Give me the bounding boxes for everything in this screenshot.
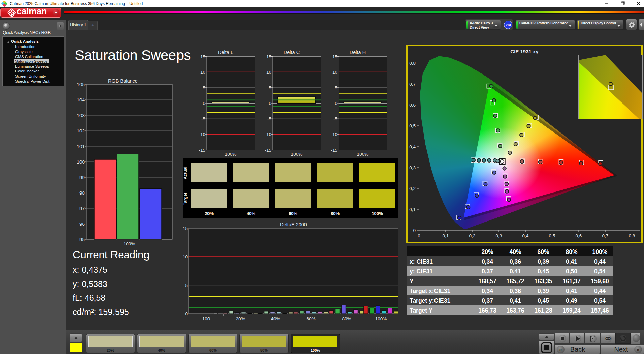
svg-text:104: 104 [77, 97, 85, 102]
svg-text:0: 0 [418, 233, 420, 238]
svg-text:15: 15 [200, 54, 205, 59]
svg-text:96: 96 [79, 222, 85, 227]
svg-text:5: 5 [185, 283, 188, 288]
svg-text:10: 10 [266, 70, 271, 75]
svg-text:0: 0 [185, 311, 188, 316]
svg-text:5: 5 [269, 85, 271, 90]
svg-text:Delta C: Delta C [284, 50, 300, 55]
svg-text:0,6: 0,6 [409, 102, 416, 108]
svg-text:60%: 60% [306, 316, 315, 321]
svg-text:-15: -15 [199, 148, 205, 153]
svg-text:Delta H: Delta H [350, 50, 366, 55]
svg-text:0,8: 0,8 [629, 233, 635, 238]
svg-text:100%: 100% [225, 152, 237, 157]
svg-text:101: 101 [77, 144, 85, 149]
svg-text:15: 15 [266, 54, 271, 59]
svg-text:0: 0 [413, 228, 416, 233]
svg-text:DeltaE 2000: DeltaE 2000 [280, 222, 307, 227]
svg-text:∞: ∞ [605, 333, 611, 343]
svg-text:-5: -5 [201, 116, 205, 121]
svg-text:0,7: 0,7 [602, 233, 609, 238]
svg-text:0: 0 [203, 101, 205, 106]
svg-text:-15: -15 [265, 148, 271, 153]
svg-text:0,3: 0,3 [496, 233, 502, 238]
svg-text:0,4: 0,4 [522, 233, 529, 238]
svg-text:102: 102 [77, 128, 85, 134]
svg-text:Delta L: Delta L [218, 50, 233, 55]
svg-text:-15: -15 [331, 148, 337, 153]
svg-text:0: 0 [269, 101, 271, 106]
svg-text:RGB Balance: RGB Balance [108, 78, 138, 84]
svg-text:0,5: 0,5 [409, 123, 416, 128]
svg-text:0,3: 0,3 [409, 165, 416, 170]
svg-text:97: 97 [79, 206, 85, 211]
svg-text:99: 99 [79, 175, 85, 180]
svg-text:5: 5 [335, 85, 337, 90]
svg-text:-10: -10 [331, 132, 337, 137]
svg-text:98: 98 [79, 190, 85, 196]
svg-text:5: 5 [203, 85, 205, 90]
svg-text:15: 15 [183, 226, 188, 231]
svg-text:0: 0 [335, 101, 337, 106]
svg-text:0,6: 0,6 [576, 233, 582, 238]
svg-text:0,5: 0,5 [549, 233, 555, 238]
svg-text:80%: 80% [342, 316, 351, 321]
svg-text:105: 105 [77, 82, 85, 87]
svg-text:100: 100 [202, 316, 210, 321]
svg-text:-10: -10 [265, 132, 271, 137]
svg-text:100%: 100% [291, 152, 303, 157]
svg-text:0,1: 0,1 [443, 233, 449, 238]
svg-text:100%: 100% [357, 152, 369, 157]
svg-text:0,4: 0,4 [409, 144, 416, 149]
svg-text:100: 100 [77, 159, 85, 165]
svg-text:0,8: 0,8 [409, 61, 416, 66]
svg-text:-10: -10 [199, 132, 205, 137]
svg-text:0,2: 0,2 [409, 186, 416, 191]
svg-text:100%: 100% [375, 316, 387, 321]
svg-text:-5: -5 [267, 116, 271, 121]
svg-text:20%: 20% [236, 316, 245, 321]
svg-text:10: 10 [183, 254, 188, 259]
svg-text:15: 15 [332, 54, 337, 59]
svg-text:0,2: 0,2 [469, 233, 476, 238]
svg-text:103: 103 [77, 113, 85, 118]
svg-text:10: 10 [200, 70, 205, 75]
svg-text:95: 95 [79, 237, 85, 242]
svg-text:100%: 100% [124, 241, 135, 246]
svg-text:10: 10 [332, 70, 337, 75]
svg-text:40%: 40% [271, 316, 280, 321]
svg-text:0,7: 0,7 [409, 82, 416, 87]
svg-text:-5: -5 [333, 116, 337, 121]
svg-text:0,1: 0,1 [409, 207, 416, 212]
